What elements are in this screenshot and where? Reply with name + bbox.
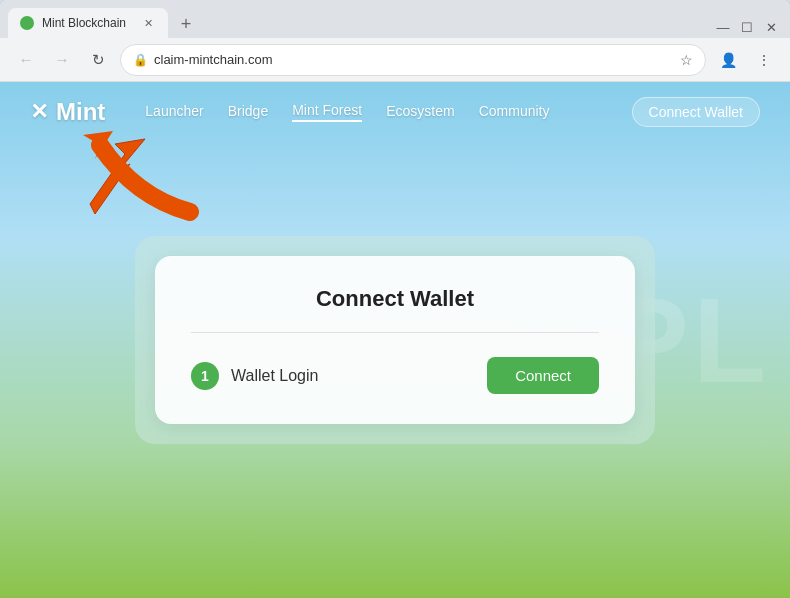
- window-controls: — ☐ ✕: [716, 20, 782, 38]
- site-content: DPL ✕ Mint Launcher Bridge Mint Forest E…: [0, 82, 790, 598]
- lock-icon: 🔒: [133, 53, 148, 67]
- forward-button[interactable]: →: [48, 46, 76, 74]
- modal-outer: Connect Wallet 1 Wallet Login Connect: [135, 236, 655, 444]
- menu-icon[interactable]: ⋮: [750, 46, 778, 74]
- tab-favicon: [20, 16, 34, 30]
- modal-divider: [191, 332, 599, 333]
- wallet-label: Wallet Login: [231, 367, 318, 385]
- tab-close-button[interactable]: ✕: [140, 15, 156, 31]
- modal-title: Connect Wallet: [191, 286, 599, 312]
- browser-tab[interactable]: Mint Blockchain ✕: [8, 8, 168, 38]
- minimize-button[interactable]: —: [716, 20, 730, 34]
- url-display[interactable]: claim-mintchain.com: [154, 52, 674, 67]
- wallet-row: 1 Wallet Login Connect: [191, 357, 599, 394]
- wallet-left: 1 Wallet Login: [191, 362, 318, 390]
- wallet-number-badge: 1: [191, 362, 219, 390]
- bookmark-icon[interactable]: ☆: [680, 52, 693, 68]
- modal-card: Connect Wallet 1 Wallet Login Connect: [155, 256, 635, 424]
- modal-backdrop: Connect Wallet 1 Wallet Login Connect: [0, 82, 790, 598]
- refresh-button[interactable]: ↻: [84, 46, 112, 74]
- tab-title: Mint Blockchain: [42, 16, 132, 30]
- address-right-buttons: 👤 ⋮: [714, 46, 778, 74]
- connect-button[interactable]: Connect: [487, 357, 599, 394]
- new-tab-button[interactable]: +: [172, 10, 200, 38]
- address-input-wrap: 🔒 claim-mintchain.com ☆: [120, 44, 706, 76]
- close-button[interactable]: ✕: [764, 20, 778, 34]
- back-button[interactable]: ←: [12, 46, 40, 74]
- tab-bar: Mint Blockchain ✕ + — ☐ ✕: [0, 0, 790, 38]
- browser-frame: Mint Blockchain ✕ + — ☐ ✕ ← → ↻ 🔒 claim-…: [0, 0, 790, 598]
- address-bar: ← → ↻ 🔒 claim-mintchain.com ☆ 👤 ⋮: [0, 38, 790, 82]
- maximize-button[interactable]: ☐: [740, 20, 754, 34]
- profile-icon[interactable]: 👤: [714, 46, 742, 74]
